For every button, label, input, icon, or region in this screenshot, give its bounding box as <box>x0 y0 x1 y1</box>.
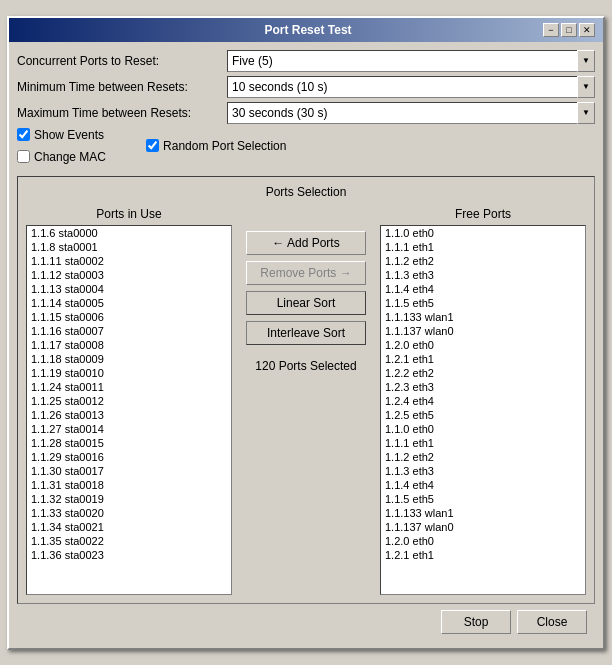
maximum-row: Maximum Time between Resets: 30 seconds … <box>17 102 595 124</box>
linear-sort-button[interactable]: Linear Sort <box>246 291 366 315</box>
list-item[interactable]: 1.1.15 sta0006 <box>27 310 231 324</box>
random-port-label: Random Port Selection <box>163 139 286 153</box>
minimum-select-wrapper[interactable]: 10 seconds (10 s) ▼ <box>227 76 595 98</box>
list-item[interactable]: 1.1.6 sta0000 <box>27 226 231 240</box>
list-item[interactable]: 1.1.0 eth0 <box>381 226 585 240</box>
stop-button[interactable]: Stop <box>441 610 511 634</box>
concurrent-select-wrapper[interactable]: Five (5) ▼ <box>227 50 595 72</box>
dialog-title: Port Reset Test <box>73 23 543 37</box>
list-item[interactable]: 1.1.30 sta0017 <box>27 464 231 478</box>
list-item[interactable]: 1.1.3 eth3 <box>381 268 585 282</box>
maximize-button[interactable]: □ <box>561 23 577 37</box>
list-item[interactable]: 1.1.1 eth1 <box>381 436 585 450</box>
ports-section-title: Ports Selection <box>26 185 586 199</box>
list-item[interactable]: 1.1.28 sta0015 <box>27 436 231 450</box>
remove-ports-button[interactable]: Remove Ports → <box>246 261 366 285</box>
change-mac-row: Change MAC <box>17 150 106 164</box>
list-item[interactable]: 1.1.32 sta0019 <box>27 492 231 506</box>
concurrent-select[interactable]: Five (5) <box>227 50 595 72</box>
list-item[interactable]: 1.2.1 eth1 <box>381 548 585 562</box>
list-item[interactable]: 1.1.2 eth2 <box>381 254 585 268</box>
title-controls: − □ ✕ <box>543 23 595 37</box>
maximum-select-wrapper[interactable]: 30 seconds (30 s) ▼ <box>227 102 595 124</box>
free-ports-label: Free Ports <box>455 207 511 221</box>
list-item[interactable]: 1.1.34 sta0021 <box>27 520 231 534</box>
list-item[interactable]: 1.2.0 eth0 <box>381 534 585 548</box>
list-item[interactable]: 1.2.3 eth3 <box>381 380 585 394</box>
ports-in-use-label: Ports in Use <box>96 207 161 221</box>
list-item[interactable]: 1.1.25 sta0012 <box>27 394 231 408</box>
list-item[interactable]: 1.2.4 eth4 <box>381 394 585 408</box>
concurrent-row: Concurrent Ports to Reset: Five (5) ▼ <box>17 50 595 72</box>
list-item[interactable]: 1.1.18 sta0009 <box>27 352 231 366</box>
list-item[interactable]: 1.2.2 eth2 <box>381 366 585 380</box>
list-item[interactable]: 1.1.17 sta0008 <box>27 338 231 352</box>
maximum-select[interactable]: 30 seconds (30 s) <box>227 102 595 124</box>
list-item[interactable]: 1.1.12 sta0003 <box>27 268 231 282</box>
list-item[interactable]: 1.1.133 wlan1 <box>381 310 585 324</box>
list-item[interactable]: 1.1.35 sta0022 <box>27 534 231 548</box>
list-item[interactable]: 1.1.14 sta0005 <box>27 296 231 310</box>
close-button[interactable]: ✕ <box>579 23 595 37</box>
list-item[interactable]: 1.1.0 eth0 <box>381 422 585 436</box>
title-bar: Port Reset Test − □ ✕ <box>9 18 603 42</box>
list-item[interactable]: 1.1.4 eth4 <box>381 282 585 296</box>
minimum-row: Minimum Time between Resets: 10 seconds … <box>17 76 595 98</box>
free-ports-section: Free Ports 1.1.0 eth01.1.1 eth11.1.2 eth… <box>380 207 586 595</box>
minimum-select[interactable]: 10 seconds (10 s) <box>227 76 595 98</box>
list-item[interactable]: 1.1.26 sta0013 <box>27 408 231 422</box>
interleave-sort-button[interactable]: Interleave Sort <box>246 321 366 345</box>
list-item[interactable]: 1.1.33 sta0020 <box>27 506 231 520</box>
list-item[interactable]: 1.1.137 wlan0 <box>381 520 585 534</box>
bottom-bar: Stop Close <box>17 604 595 640</box>
list-item[interactable]: 1.1.29 sta0016 <box>27 450 231 464</box>
list-item[interactable]: 1.1.31 sta0018 <box>27 478 231 492</box>
list-item[interactable]: 1.1.36 sta0023 <box>27 548 231 562</box>
add-ports-button[interactable]: ← Add Ports <box>246 231 366 255</box>
maximum-label: Maximum Time between Resets: <box>17 106 227 120</box>
list-item[interactable]: 1.1.8 sta0001 <box>27 240 231 254</box>
list-item[interactable]: 1.1.11 sta0002 <box>27 254 231 268</box>
show-events-label: Show Events <box>34 128 104 142</box>
dialog: Port Reset Test − □ ✕ Concurrent Ports t… <box>7 16 605 650</box>
list-item[interactable]: 1.1.3 eth3 <box>381 464 585 478</box>
change-mac-label: Change MAC <box>34 150 106 164</box>
free-ports-listbox[interactable]: 1.1.0 eth01.1.1 eth11.1.2 eth21.1.3 eth3… <box>380 225 586 595</box>
list-item[interactable]: 1.2.1 eth1 <box>381 352 585 366</box>
options-row: Show Events Change MAC Random Port Selec… <box>17 128 595 168</box>
show-events-checkbox[interactable] <box>17 128 30 141</box>
ports-layout: Ports in Use 1.1.6 sta00001.1.8 sta00011… <box>26 207 586 595</box>
list-item[interactable]: 1.1.2 eth2 <box>381 450 585 464</box>
list-item[interactable]: 1.1.4 eth4 <box>381 478 585 492</box>
random-port-checkbox[interactable] <box>146 139 159 152</box>
list-item[interactable]: 1.1.16 sta0007 <box>27 324 231 338</box>
list-item[interactable]: 1.2.0 eth0 <box>381 338 585 352</box>
ports-in-use-listbox[interactable]: 1.1.6 sta00001.1.8 sta00011.1.11 sta0002… <box>26 225 232 595</box>
minimize-button[interactable]: − <box>543 23 559 37</box>
random-port-row: Random Port Selection <box>146 139 286 153</box>
concurrent-label: Concurrent Ports to Reset: <box>17 54 227 68</box>
list-item[interactable]: 1.1.19 sta0010 <box>27 366 231 380</box>
list-item[interactable]: 1.1.5 eth5 <box>381 492 585 506</box>
list-item[interactable]: 1.1.133 wlan1 <box>381 506 585 520</box>
list-item[interactable]: 1.1.24 sta0011 <box>27 380 231 394</box>
ports-section: Ports Selection Ports in Use 1.1.6 sta00… <box>17 176 595 604</box>
close-dialog-button[interactable]: Close <box>517 610 587 634</box>
show-events-row: Show Events <box>17 128 106 142</box>
ports-in-use-section: Ports in Use 1.1.6 sta00001.1.8 sta00011… <box>26 207 232 595</box>
list-item[interactable]: 1.1.27 sta0014 <box>27 422 231 436</box>
minimum-label: Minimum Time between Resets: <box>17 80 227 94</box>
list-item[interactable]: 1.1.13 sta0004 <box>27 282 231 296</box>
list-item[interactable]: 1.2.5 eth5 <box>381 408 585 422</box>
list-item[interactable]: 1.1.1 eth1 <box>381 240 585 254</box>
ports-middle-controls: ← Add Ports Remove Ports → Linear Sort I… <box>236 207 376 595</box>
list-item[interactable]: 1.1.5 eth5 <box>381 296 585 310</box>
content: Concurrent Ports to Reset: Five (5) ▼ Mi… <box>9 42 603 648</box>
change-mac-checkbox[interactable] <box>17 150 30 163</box>
selected-count: 120 Ports Selected <box>255 359 356 373</box>
list-item[interactable]: 1.1.137 wlan0 <box>381 324 585 338</box>
